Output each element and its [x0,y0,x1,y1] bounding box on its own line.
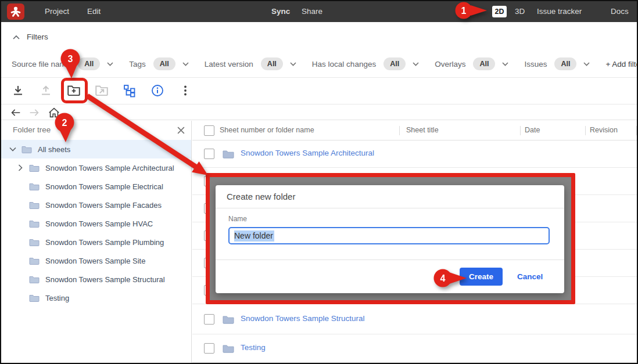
annotation-arrow [83,91,216,184]
filter-tags[interactable]: Tags All [129,57,189,70]
table-row[interactable]: Snowdon Towers Sample Architectural [192,140,637,168]
svg-text:4: 4 [440,273,446,283]
filter-label: Latest version [205,60,253,69]
menu-project[interactable]: Project [45,1,69,22]
column-divider [636,126,637,135]
forward-button[interactable] [27,106,41,120]
annotation-pin-3: 3 [59,48,83,81]
folder-icon [29,257,40,265]
menu-edit[interactable]: Edit [87,1,101,22]
chevron-up-icon [13,35,20,39]
column-header-sheet-title[interactable]: Sheet title [406,126,439,134]
svg-text:1: 1 [461,6,467,16]
folder-icon [29,219,40,228]
back-button[interactable] [9,106,23,120]
tree-item-label: All sheets [38,145,70,154]
folder-icon [29,238,40,246]
tab-2d[interactable]: 2D [492,6,507,17]
folder-name-input[interactable]: New folder [228,227,550,244]
filter-value-pill[interactable]: All [554,57,576,70]
tab-issue-tracker[interactable]: Issue tracker [537,1,582,22]
tree-item-facades[interactable]: Snowdon Towers Sample Facades [1,196,191,214]
chevron-down-icon[interactable] [502,62,508,66]
folder-icon [29,182,40,190]
filter-value-pill[interactable]: All [473,57,495,70]
tree-item-plumbing[interactable]: Snowdon Towers Sample Plumbing [1,233,191,251]
tree-item-testing[interactable]: Testing [1,289,191,307]
forward-icon [28,106,41,119]
chevron-down-icon[interactable] [9,147,16,152]
filters-toggle[interactable]: Filters [13,33,48,41]
filter-label: Issues [524,60,547,69]
folder-icon [29,164,40,172]
share-button[interactable]: Share [302,1,322,22]
filter-value-pill[interactable]: All [383,57,406,70]
tree-item-structural[interactable]: Snowdon Towers Sample Structural [1,270,191,289]
dialog-title: Create new folder [227,185,295,208]
tree-item-label: Testing [45,294,69,302]
folder-link[interactable]: Testing [241,343,266,352]
tree-item-label: Snowdon Towers Sample Structural [45,275,165,284]
tab-3d[interactable]: 3D [515,1,525,22]
folder-link[interactable]: Snowdon Towers Sample Architectural [241,149,374,157]
filters-header-label: Filters [27,33,48,41]
tree-item-label: Snowdon Towers Sample Site [45,257,145,265]
app-logo-icon [7,3,24,20]
sync-button[interactable]: Sync [271,1,290,22]
folder-icon [29,294,40,302]
upload-button[interactable] [35,80,56,101]
tree-item-label: Snowdon Towers Sample HVAC [45,219,153,228]
divider [216,260,564,260]
filter-has-local-changes[interactable]: Has local changes All [312,57,419,70]
chevron-down-icon[interactable] [290,62,296,66]
input-selected-text: New folder [234,230,274,242]
chevron-down-icon[interactable] [107,62,113,66]
chevron-right-icon[interactable] [17,164,24,171]
table-row[interactable]: Snowdon Towers Sample Structural [192,304,637,334]
filter-value-pill[interactable]: All [153,57,175,70]
column-header-revision[interactable]: Revision [590,126,618,134]
table-row[interactable]: Testing [192,334,637,363]
column-header-name[interactable]: Sheet number or folder name [220,126,314,134]
folder-link[interactable]: Snowdon Towers Sample Structural [241,314,365,323]
chevron-down-icon[interactable] [583,62,590,66]
annotation-pin-1: 1 [449,1,489,22]
filter-issues[interactable]: Issues All [524,57,590,70]
column-divider [520,126,521,135]
chevron-down-icon[interactable] [413,62,419,66]
folder-icon [223,315,234,326]
svg-text:2: 2 [62,118,67,128]
filter-label: Has local changes [312,60,376,69]
table-header: Sheet number or folder name Sheet title … [192,121,637,140]
add-filter-button[interactable]: + Add filter [605,60,638,69]
annotation-pin-4: 4 [425,267,470,289]
filter-value-pill[interactable]: All [261,57,283,70]
filter-label: Tags [129,60,146,69]
name-field-label: Name [228,215,247,223]
column-header-date[interactable]: Date [525,126,540,134]
svg-text:3: 3 [68,54,73,64]
filter-row: Source file name All Tags All Latest ver… [12,57,638,70]
tree-item-site[interactable]: Snowdon Towers Sample Site [1,251,191,270]
filter-latest-version[interactable]: Latest version All [205,57,296,70]
download-button[interactable] [8,80,28,101]
tree-item-label: Snowdon Towers Sample Facades [45,201,162,210]
chevron-down-icon[interactable] [182,62,189,66]
row-checkbox[interactable] [204,314,214,325]
cancel-button[interactable]: Cancel [517,268,543,286]
filter-overlays[interactable]: Overlays All [435,57,508,70]
divider [216,208,564,208]
annotation-pin-2: 2 [53,111,77,145]
tree-item-hvac[interactable]: Snowdon Towers Sample HVAC [1,214,191,233]
tab-docs[interactable]: Docs [611,1,629,22]
column-divider [399,126,400,135]
download-icon [11,84,25,98]
folder-tree-title: Folder tree [13,125,51,134]
folder-icon [223,344,234,355]
create-folder-dialog: Create new folder Name New folder Create… [216,185,564,293]
annotation-highlight-dialog: Create new folder Name New folder Create… [206,173,575,304]
folder-icon [29,275,40,283]
folder-icon [29,201,40,209]
back-icon [9,106,22,119]
row-checkbox[interactable] [204,343,214,354]
